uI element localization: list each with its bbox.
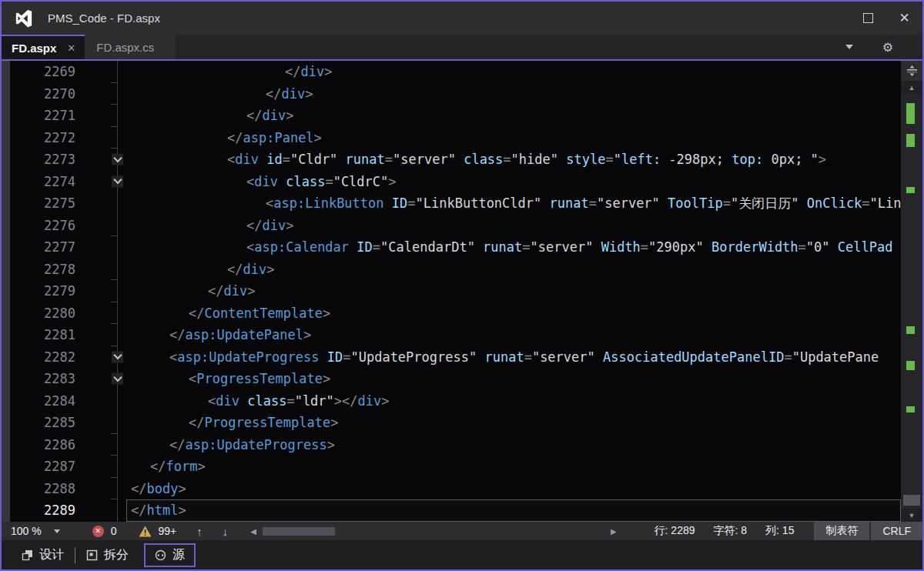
scroll-left-icon[interactable]: ◀ (246, 527, 260, 536)
line-number: 2280 (2, 302, 83, 325)
code-lines: 2269</div>2270</div>2271</div>2272</asp:… (2, 61, 901, 522)
code-text[interactable]: </div> (126, 61, 901, 83)
split-view-button[interactable]: 拆分 (79, 547, 136, 563)
code-text[interactable]: </div> (126, 215, 901, 237)
change-marker (906, 187, 915, 193)
scrollbar-thumb[interactable] (903, 495, 920, 506)
line-number: 2288 (2, 478, 83, 500)
fold-margin (83, 259, 126, 281)
error-indicator[interactable]: ✕ 0 (92, 525, 117, 537)
code-line: 2286</asp:UpdateProgress> (2, 434, 901, 456)
code-text[interactable]: <div id="Cldr" runat="server" class="hid… (126, 149, 901, 171)
code-text[interactable]: </form> (126, 456, 901, 478)
line-number: 2269 (2, 61, 83, 83)
tab-close-icon[interactable]: ✕ (67, 42, 75, 54)
line-ending-button[interactable]: CRLF (871, 522, 922, 540)
code-text[interactable]: </ContentTemplate> (126, 302, 901, 325)
scroll-down-button[interactable]: ▼ (901, 509, 922, 522)
navigate-up-icon[interactable]: ↑ (196, 525, 203, 538)
code-text[interactable]: </div> (126, 280, 901, 302)
code-line: 2271</div> (2, 105, 901, 127)
code-text[interactable]: </asp:Panel> (126, 127, 901, 149)
code-line: 2285</ProgressTemplate> (2, 412, 901, 434)
fold-collapse-icon[interactable] (112, 351, 123, 362)
code-line: 2276</div> (2, 215, 901, 237)
fold-collapse-icon[interactable] (112, 154, 123, 165)
line-number: 2281 (2, 324, 83, 346)
error-count: 0 (111, 525, 117, 537)
design-view-button[interactable]: 设计 (14, 547, 72, 563)
warning-indicator[interactable]: 99+ (139, 525, 177, 537)
code-text[interactable]: </html> (126, 499, 901, 522)
fold-margin (83, 324, 126, 346)
tab-fd-aspx[interactable]: FD.aspx ✕ (2, 35, 85, 59)
code-text[interactable]: <asp:UpdateProgress ID="UpdateProgress" … (126, 346, 901, 369)
split-view-label: 拆分 (104, 547, 129, 563)
fold-collapse-icon[interactable] (112, 175, 123, 187)
code-text[interactable]: </div> (126, 259, 901, 281)
line-number: 2277 (2, 236, 83, 259)
fold-margin (83, 499, 126, 522)
indentation-mode-button[interactable]: 制表符 (814, 522, 869, 540)
line-number: 2284 (2, 390, 83, 412)
code-text[interactable]: <asp:Calendar ID="CalendarDt" runat="ser… (126, 236, 901, 259)
editor-split-handle[interactable] (901, 61, 922, 81)
code-line: 2278</div> (2, 259, 901, 281)
fold-margin (83, 456, 126, 478)
code-editor[interactable]: 2269</div>2270</div>2271</div>2272</asp:… (2, 61, 922, 522)
hscroll-thumb[interactable] (263, 527, 335, 536)
change-marker (906, 326, 915, 334)
navigate-down-icon[interactable]: ↓ (223, 525, 229, 538)
code-text[interactable]: </asp:UpdateProgress> (126, 434, 901, 456)
code-text[interactable]: <ProgressTemplate> (126, 368, 901, 390)
vertical-scrollbar[interactable]: ▲ ▼ (901, 61, 922, 522)
code-line: 2289</html> (2, 499, 901, 522)
visual-studio-logo-icon (14, 8, 34, 28)
code-text[interactable]: </body> (126, 478, 901, 500)
cursor-column-indicator: 列: 15 (765, 524, 794, 538)
line-number: 2282 (2, 346, 83, 369)
fold-margin (83, 390, 126, 412)
document-tab-bar: FD.aspx ✕ FD.aspx.cs ⚙ (2, 35, 922, 59)
line-number: 2287 (2, 456, 83, 478)
code-line: 2277<asp:Calendar ID="CalendarDt" runat=… (2, 236, 901, 259)
document-list-dropdown-icon[interactable] (845, 45, 853, 49)
code-line: 2284<div class="ldr"></div> (2, 390, 901, 412)
code-text[interactable]: </div> (126, 83, 901, 105)
source-view-button[interactable]: 源 (144, 543, 196, 567)
line-number: 2275 (2, 192, 83, 215)
warning-icon (139, 526, 152, 537)
horizontal-scrollbar[interactable]: ◀ ▶ (246, 526, 620, 536)
fold-collapse-icon[interactable] (112, 373, 123, 385)
design-view-label: 设计 (39, 547, 64, 563)
code-text[interactable]: </ProgressTemplate> (126, 412, 901, 434)
fold-margin (83, 215, 126, 237)
code-line: 2279</div> (2, 280, 901, 302)
fold-margin (83, 105, 126, 127)
code-line: 2288</body> (2, 478, 901, 500)
editor-status-bar: 100 % ✕ 0 99+ ↑ ↓ ◀ ▶ 行: 2289 字符: 8 (2, 522, 922, 540)
gear-icon[interactable]: ⚙ (882, 40, 893, 55)
line-number: 2272 (2, 127, 83, 149)
hscroll-track[interactable] (260, 526, 607, 536)
code-line: 2274<div class="CldrC"> (2, 171, 901, 193)
code-text[interactable]: <div class="CldrC"> (126, 171, 901, 193)
scroll-up-button[interactable]: ▲ (901, 81, 922, 94)
line-number: 2286 (2, 434, 83, 456)
close-button[interactable]: ✕ (886, 2, 922, 35)
code-line: 2282<asp:UpdateProgress ID="UpdateProgre… (2, 346, 901, 369)
code-line: 2272</asp:Panel> (2, 127, 901, 149)
code-line: 2281</asp:UpdatePanel> (2, 324, 901, 346)
cursor-line-indicator: 行: 2289 (654, 524, 695, 538)
tab-fd-aspx-cs[interactable]: FD.aspx.cs (85, 35, 176, 59)
change-marker (906, 134, 915, 147)
line-number: 2289 (2, 499, 83, 522)
code-text[interactable]: </div> (126, 105, 901, 127)
scrollbar-track[interactable] (901, 94, 922, 509)
maximize-button[interactable] (850, 2, 886, 35)
zoom-selector[interactable]: 100 % (2, 525, 71, 537)
scroll-right-icon[interactable]: ▶ (607, 527, 621, 536)
code-text[interactable]: <asp:LinkButton ID="LinkButtonCldr" runa… (126, 192, 901, 215)
code-text[interactable]: <div class="ldr"></div> (126, 390, 901, 412)
code-text[interactable]: </asp:UpdatePanel> (126, 324, 901, 346)
